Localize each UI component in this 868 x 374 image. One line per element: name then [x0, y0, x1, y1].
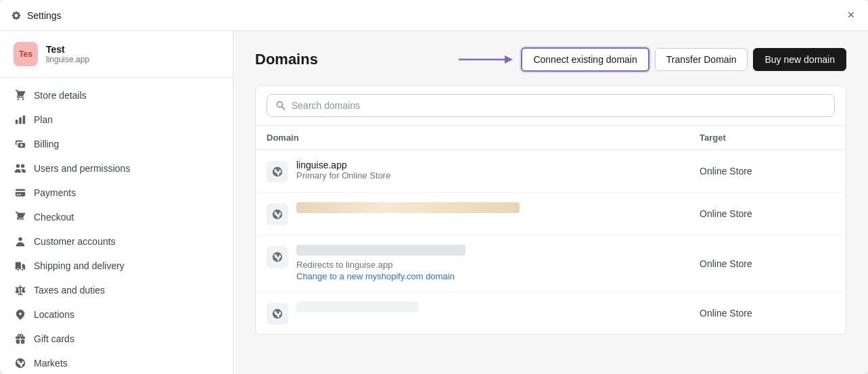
- taxes-icon: [14, 283, 27, 297]
- sidebar-item-store-details[interactable]: Store details: [0, 83, 233, 108]
- sidebar-item-label-users: Users and permissions: [34, 163, 130, 174]
- sidebar-item-label-customer-accounts: Customer accounts: [34, 236, 116, 247]
- table-row: Redirects to linguise.app Change to a ne…: [256, 235, 846, 292]
- globe-icon-4: [267, 303, 288, 325]
- sidebar-item-label-taxes: Taxes and duties: [34, 285, 105, 296]
- plan-icon: [14, 113, 27, 126]
- domain-info-3: Redirects to linguise.app Change to a ne…: [296, 245, 465, 282]
- sidebar-item-label-store-details: Store details: [34, 90, 87, 101]
- sidebar-item-users-permissions[interactable]: Users and permissions: [0, 156, 233, 181]
- sidebar-profile: Tes Test linguise.app: [0, 31, 233, 78]
- avatar: Tes: [14, 42, 38, 66]
- domain-target-2: Online Store: [700, 208, 835, 219]
- content-header: Domains Connect existing domain Transfer…: [255, 47, 846, 72]
- globe-icon-3: [267, 246, 288, 268]
- close-button[interactable]: ×: [844, 7, 857, 24]
- sidebar-item-taxes-duties[interactable]: Taxes and duties: [0, 278, 233, 302]
- blurred-domain-4: [296, 302, 418, 312]
- sidebar-item-shipping-delivery[interactable]: Shipping and delivery: [0, 254, 233, 278]
- store-icon: [14, 89, 27, 102]
- shipping-icon: [14, 259, 27, 273]
- buy-new-domain-button[interactable]: Buy new domain: [753, 48, 846, 71]
- content-area: Domains Connect existing domain Transfer…: [233, 31, 868, 374]
- location-icon: [14, 308, 27, 321]
- blurred-domain-2: [296, 202, 520, 213]
- domain-left: linguise.app Primary for Online Store: [267, 160, 700, 183]
- table-row: linguise.app Primary for Online Store On…: [256, 150, 846, 193]
- domain-info-1: linguise.app Primary for Online Store: [296, 160, 390, 181]
- sidebar-item-label-markets: Markets: [34, 358, 68, 369]
- window-title: Settings: [27, 10, 844, 21]
- sidebar-item-label-checkout: Checkout: [34, 212, 74, 223]
- sidebar-item-label-billing: Billing: [34, 139, 59, 149]
- table-row: Online Store: [256, 193, 846, 235]
- page-title: Domains: [255, 51, 451, 68]
- search-input[interactable]: [292, 100, 826, 111]
- markets-icon: [14, 356, 27, 370]
- table-row: Online Store: [256, 292, 846, 334]
- domain-redirect-3: Redirects to linguise.app: [296, 260, 465, 270]
- domain-left: [267, 202, 700, 225]
- arrow-annotation: [459, 51, 513, 68]
- sidebar-item-label-gift-cards: Gift cards: [34, 333, 74, 344]
- domain-info-4: [296, 302, 418, 315]
- store-url: linguise.app: [46, 55, 89, 64]
- domains-card: Domain Target linguise.app Primary for O…: [255, 85, 846, 335]
- payments-icon: [14, 186, 27, 200]
- connect-existing-domain-button[interactable]: Connect existing domain: [521, 47, 649, 72]
- sidebar-item-label-plan: Plan: [34, 114, 53, 125]
- column-header-domain: Domain: [267, 133, 700, 143]
- sidebar-item-checkout[interactable]: Checkout: [0, 205, 233, 229]
- domain-subtext-1: Primary for Online Store: [296, 170, 390, 181]
- gear-icon: [11, 10, 22, 21]
- search-input-wrapper: [267, 94, 835, 117]
- title-bar: Settings ×: [0, 0, 868, 31]
- sidebar: Tes Test linguise.app Store details: [0, 31, 233, 374]
- domain-left: Redirects to linguise.app Change to a ne…: [267, 245, 700, 282]
- sidebar-item-gift-cards[interactable]: Gift cards: [0, 327, 233, 351]
- globe-icon-1: [267, 161, 288, 183]
- domain-left: [267, 302, 700, 325]
- domain-target-1: Online Store: [700, 166, 835, 177]
- sidebar-nav: Store details Plan Billing: [0, 78, 233, 374]
- change-domain-link[interactable]: Change to a new myshopify.com domain: [296, 271, 455, 281]
- sidebar-item-billing[interactable]: Billing: [0, 132, 233, 156]
- search-bar: [256, 86, 846, 126]
- domain-target-4: Online Store: [700, 308, 835, 319]
- sidebar-item-locations[interactable]: Locations: [0, 302, 233, 327]
- blurred-domain-3: [296, 245, 465, 256]
- domain-name-1: linguise.app: [296, 160, 390, 170]
- svg-marker-1: [505, 55, 513, 64]
- main-content: Tes Test linguise.app Store details: [0, 31, 868, 374]
- sidebar-item-plan[interactable]: Plan: [0, 108, 233, 132]
- transfer-domain-button[interactable]: Transfer Domain: [655, 48, 748, 71]
- sidebar-item-markets[interactable]: Markets: [0, 351, 233, 374]
- column-header-target: Target: [700, 133, 835, 143]
- search-icon: [275, 100, 286, 111]
- users-icon: [14, 162, 27, 175]
- profile-info: Test linguise.app: [46, 44, 89, 64]
- domain-info-2: [296, 202, 520, 217]
- arrow-svg: [459, 51, 513, 68]
- gift-icon: [14, 332, 27, 346]
- domain-target-3: Online Store: [700, 258, 835, 269]
- store-name: Test: [46, 44, 89, 55]
- settings-window: Settings × Tes Test linguise.app Store d…: [0, 0, 868, 374]
- table-header: Domain Target: [256, 126, 846, 150]
- globe-icon-2: [267, 204, 288, 225]
- checkout-icon: [14, 210, 27, 224]
- sidebar-item-customer-accounts[interactable]: Customer accounts: [0, 229, 233, 254]
- sidebar-item-payments[interactable]: Payments: [0, 181, 233, 205]
- billing-icon: [14, 137, 27, 151]
- customer-icon: [14, 235, 27, 248]
- header-actions: Connect existing domain Transfer Domain …: [521, 47, 846, 72]
- sidebar-item-label-payments: Payments: [34, 187, 76, 198]
- sidebar-item-label-locations: Locations: [34, 309, 74, 320]
- sidebar-item-label-shipping: Shipping and delivery: [34, 260, 124, 271]
